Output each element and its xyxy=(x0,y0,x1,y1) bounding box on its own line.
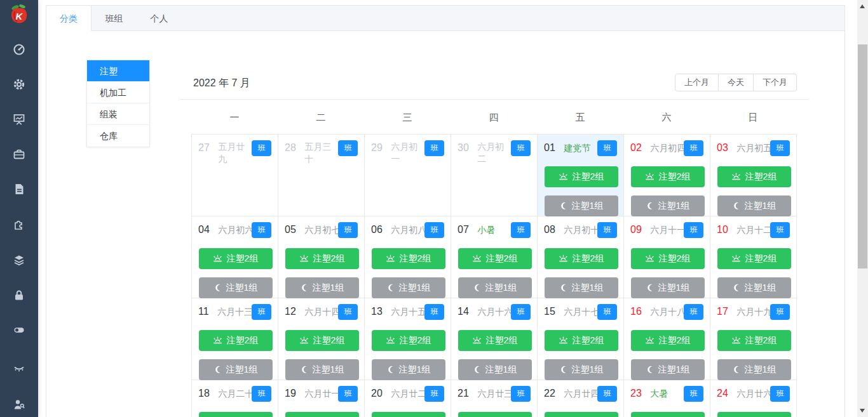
night-shift-button[interactable]: 注塑1组 xyxy=(285,277,359,298)
today-button[interactable]: 今天 xyxy=(719,74,754,91)
shift-badge[interactable]: 班 xyxy=(684,140,703,156)
calendar-day-cell[interactable]: 10 六月十二 班 注塑2组 注塑1组 xyxy=(710,216,797,298)
presentation-chart-icon[interactable] xyxy=(13,113,25,126)
briefcase-icon[interactable] xyxy=(13,148,25,161)
shift-badge[interactable]: 班 xyxy=(511,386,531,402)
calendar-day-cell[interactable]: 29 六月初一 班 xyxy=(365,135,451,216)
shift-badge[interactable]: 班 xyxy=(770,304,790,320)
tab[interactable]: 个人 xyxy=(137,6,182,31)
night-shift-button[interactable]: 注塑1组 xyxy=(717,277,791,298)
calendar-day-cell[interactable]: 05 六月初七 班 注塑2组 注塑1组 xyxy=(278,216,365,298)
calendar-day-cell[interactable]: 21 六月廿三 班 注塑2组 注塑1组 xyxy=(451,380,538,417)
shift-badge[interactable]: 班 xyxy=(770,140,790,156)
day-shift-button[interactable]: 注塑2组 xyxy=(717,166,791,187)
calendar-day-cell[interactable]: 24 六月廿六 班 注塑2组 注塑1组 xyxy=(710,380,797,417)
calendar-day-cell[interactable]: 28 五月三十 班 xyxy=(278,135,365,216)
layers-icon[interactable] xyxy=(13,254,25,267)
shift-badge[interactable]: 班 xyxy=(597,304,617,320)
night-shift-button[interactable]: 注塑1组 xyxy=(545,277,618,298)
night-shift-button[interactable]: 注塑1组 xyxy=(372,359,445,380)
shift-badge[interactable]: 班 xyxy=(597,140,617,156)
day-shift-button[interactable]: 注塑2组 xyxy=(717,412,791,417)
eye-closed-icon[interactable] xyxy=(13,362,25,374)
shift-badge[interactable]: 班 xyxy=(424,140,444,156)
scroll-down-arrow[interactable] xyxy=(860,409,865,413)
day-shift-button[interactable]: 注塑2组 xyxy=(717,248,791,269)
night-shift-button[interactable]: 注塑1组 xyxy=(458,359,532,380)
night-shift-button[interactable]: 注塑1组 xyxy=(199,277,273,298)
day-shift-button[interactable]: 注塑2组 xyxy=(199,330,273,351)
night-shift-button[interactable]: 注塑1组 xyxy=(458,277,532,298)
shift-badge[interactable]: 班 xyxy=(684,222,703,238)
shift-badge[interactable]: 班 xyxy=(252,304,271,320)
calendar-day-cell[interactable]: 22 六月廿四 班 注塑2组 注塑1组 xyxy=(538,380,624,417)
calendar-day-cell[interactable]: 14 六月十六 班 注塑2组 注塑1组 xyxy=(451,298,538,380)
shift-badge[interactable]: 班 xyxy=(252,386,271,402)
night-shift-button[interactable]: 注塑1组 xyxy=(631,277,705,298)
calendar-day-cell[interactable]: 02 六月初四 班 注塑2组 注塑1组 xyxy=(624,135,710,216)
calendar-day-cell[interactable]: 04 六月初六 班 注塑2组 注塑1组 xyxy=(192,216,278,298)
calendar-day-cell[interactable]: 08 六月初十 班 注塑2组 注塑1组 xyxy=(538,216,624,298)
tab[interactable]: 分类 xyxy=(46,6,92,31)
tab[interactable]: 班组 xyxy=(92,6,137,31)
day-shift-button[interactable]: 注塑2组 xyxy=(372,330,445,351)
shift-badge[interactable]: 班 xyxy=(770,386,790,402)
day-shift-button[interactable]: 注塑2组 xyxy=(545,412,618,417)
category-item[interactable]: 机加工 xyxy=(87,82,149,103)
shift-badge[interactable]: 班 xyxy=(597,222,617,238)
shift-badge[interactable]: 班 xyxy=(770,222,790,238)
toggle-icon[interactable] xyxy=(13,324,25,336)
puzzle-icon[interactable] xyxy=(13,218,25,230)
day-shift-button[interactable]: 注塑2组 xyxy=(545,166,618,187)
scrollbar-thumb[interactable] xyxy=(858,44,867,268)
shift-badge[interactable]: 班 xyxy=(252,222,271,238)
day-shift-button[interactable]: 注塑2组 xyxy=(631,412,705,417)
day-shift-button[interactable]: 注塑2组 xyxy=(545,330,618,351)
calendar-day-cell[interactable]: 15 六月十七 班 注塑2组 注塑1组 xyxy=(538,298,624,380)
shift-badge[interactable]: 班 xyxy=(597,386,617,402)
day-shift-button[interactable]: 注塑2组 xyxy=(458,248,532,269)
day-shift-button[interactable]: 注塑2组 xyxy=(631,166,705,187)
calendar-day-cell[interactable]: 07 小暑 班 注塑2组 注塑1组 xyxy=(451,216,538,298)
category-item[interactable]: 注塑 xyxy=(87,60,149,82)
shift-badge[interactable]: 班 xyxy=(511,304,531,320)
dashboard-icon[interactable] xyxy=(13,43,25,56)
shift-badge[interactable]: 班 xyxy=(338,222,358,238)
calendar-day-cell[interactable]: 17 六月十九 班 注塑2组 注塑1组 xyxy=(710,298,797,380)
calendar-day-cell[interactable]: 30 六月初二 班 xyxy=(451,135,538,216)
prev-month-button[interactable]: 上个月 xyxy=(675,74,719,91)
shift-badge[interactable]: 班 xyxy=(424,386,444,402)
night-shift-button[interactable]: 注塑1组 xyxy=(631,195,705,216)
shift-badge[interactable]: 班 xyxy=(684,304,703,320)
calendar-day-cell[interactable]: 23 大暑 班 注塑2组 注塑1组 xyxy=(624,380,710,417)
day-shift-button[interactable]: 注塑2组 xyxy=(199,248,273,269)
shift-badge[interactable]: 班 xyxy=(511,140,531,156)
night-shift-button[interactable]: 注塑1组 xyxy=(285,359,359,380)
calendar-day-cell[interactable]: 01 建党节 班 注塑2组 注塑1组 xyxy=(538,135,624,216)
night-shift-button[interactable]: 注塑1组 xyxy=(545,359,618,380)
shift-badge[interactable]: 班 xyxy=(338,140,358,156)
shift-badge[interactable]: 班 xyxy=(511,222,531,238)
shift-badge[interactable]: 班 xyxy=(338,386,358,402)
night-shift-button[interactable]: 注塑1组 xyxy=(631,359,705,380)
calendar-day-cell[interactable]: 03 六月初五 班 注塑2组 注塑1组 xyxy=(710,135,797,216)
night-shift-button[interactable]: 注塑1组 xyxy=(717,195,791,216)
scroll-up-arrow[interactable] xyxy=(860,4,865,8)
day-shift-button[interactable]: 注塑2组 xyxy=(545,248,618,269)
shift-badge[interactable]: 班 xyxy=(338,304,358,320)
day-shift-button[interactable]: 注塑2组 xyxy=(285,412,359,417)
night-shift-button[interactable]: 注塑1组 xyxy=(372,277,445,298)
shift-badge[interactable]: 班 xyxy=(684,386,703,402)
document-icon[interactable] xyxy=(13,183,25,195)
calendar-day-cell[interactable]: 11 六月十三 班 注塑2组 注塑1组 xyxy=(192,298,278,380)
category-item[interactable]: 仓库 xyxy=(87,125,149,147)
calendar-day-cell[interactable]: 19 六月廿一 班 注塑2组 注塑1组 xyxy=(278,380,365,417)
user-search-icon[interactable] xyxy=(13,398,25,411)
calendar-day-cell[interactable]: 12 六月十四 班 注塑2组 注塑1组 xyxy=(278,298,365,380)
shift-badge[interactable]: 班 xyxy=(252,140,271,156)
day-shift-button[interactable]: 注塑2组 xyxy=(458,412,532,417)
calendar-day-cell[interactable]: 06 六月初八 班 注塑2组 注塑1组 xyxy=(365,216,451,298)
calendar-day-cell[interactable]: 20 六月廿二 班 注塑2组 注塑1组 xyxy=(365,380,451,417)
calendar-day-cell[interactable]: 09 六月十一 班 注塑2组 注塑1组 xyxy=(624,216,710,298)
calendar-day-cell[interactable]: 16 六月十八 班 注塑2组 注塑1组 xyxy=(624,298,710,380)
